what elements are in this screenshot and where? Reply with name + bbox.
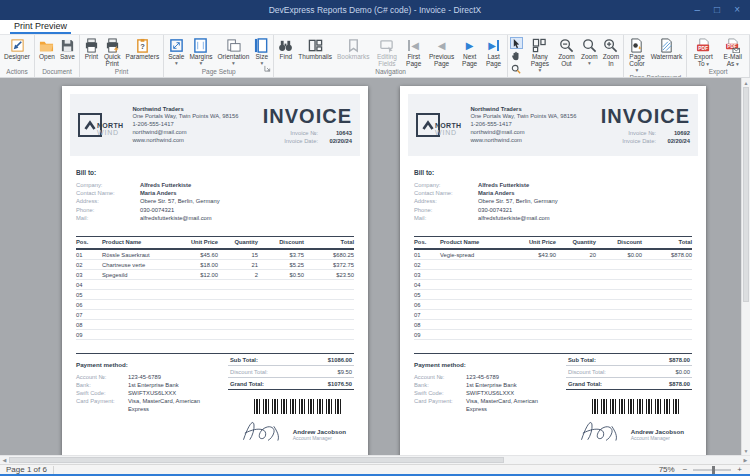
payment-method-section: Payment method: Account №:123-45-6789 Ba… xyxy=(414,354,566,443)
parameters-button[interactable]: ? Parameters xyxy=(124,36,162,60)
hand-icon xyxy=(511,51,521,61)
horizontal-scrollbar[interactable]: ◀ ▶ xyxy=(0,455,750,464)
zoom-out-icon xyxy=(559,37,574,53)
magnifier-tool-button[interactable] xyxy=(510,63,523,75)
scroll-up-icon[interactable]: ▲ xyxy=(742,78,750,87)
table-row: 01Rössle Sauerkraut$45.6015$3.75$680.25 xyxy=(76,250,354,260)
print-button[interactable]: Print xyxy=(82,36,101,60)
export-to-button[interactable]: PDF Export To ▾ xyxy=(689,36,717,67)
cell-pos: 09 xyxy=(414,332,440,338)
email-pdf-icon: PDF xyxy=(725,37,740,53)
find-button[interactable]: Find xyxy=(276,36,295,60)
zoom-tool-column xyxy=(510,37,523,75)
ribbon-group-actions: Designer Actions xyxy=(0,35,35,77)
dialog-launcher-icon[interactable] xyxy=(264,58,271,76)
cell-pos: 04 xyxy=(76,282,102,288)
invoice-table-body: 01Vegie-spread$43.9020$0.00$878.00020304… xyxy=(414,250,692,340)
totals-section: Sub Total:$878.00 Discount Total:$0.00 G… xyxy=(566,354,692,443)
hand-tool-button[interactable] xyxy=(510,50,523,62)
window-title: DevExpress Reports Demo (C# code) - Invo… xyxy=(269,5,482,15)
zoom-percent-label: 75% xyxy=(659,465,675,474)
zoom-in-button[interactable]: Zoom In xyxy=(601,36,622,67)
signer-name: Andrew Jacobson xyxy=(293,428,346,435)
maximize-button[interactable]: □ xyxy=(714,5,720,15)
zoom-button[interactable]: Zoom ▾ xyxy=(579,36,600,66)
watermark-button[interactable]: Watermark xyxy=(649,36,685,60)
table-row: 05 xyxy=(76,290,354,300)
table-row: 03 xyxy=(414,270,692,280)
table-row: 02 xyxy=(414,260,692,270)
invoice-no-value: 10643 xyxy=(318,129,352,137)
barcode xyxy=(254,399,342,414)
zoom-increase-button[interactable]: + xyxy=(735,465,744,474)
horizontal-scroll-thumb[interactable] xyxy=(9,457,504,463)
cell-discount: $3.75 xyxy=(258,252,304,258)
scale-button[interactable]: Scale ▾ xyxy=(166,36,186,66)
save-button[interactable]: Save xyxy=(58,36,77,60)
quick-print-button[interactable]: Quick Print xyxy=(102,36,123,67)
company-email: northwind@mail.com xyxy=(132,129,238,137)
payment-method-section: Payment method: Account №:123-45-6789 Ba… xyxy=(76,354,228,443)
margins-button[interactable]: Margins ▾ xyxy=(187,36,214,66)
email-as-button[interactable]: PDF E-Mail As ▾ xyxy=(719,36,747,67)
zoom-slider[interactable] xyxy=(693,469,731,471)
ribbon-group-zoom: Many Pages ▾ Zoom Out Zoom ▾ Zoom In Zoo… xyxy=(508,35,624,77)
zoom-out-button[interactable]: Zoom Out xyxy=(555,36,578,67)
payment-heading: Payment method: xyxy=(76,361,220,368)
minimize-button[interactable]: – xyxy=(695,5,701,15)
pointer-tool-button[interactable] xyxy=(510,37,523,49)
table-header-row: Pos. Product Name Unit Price Quantity Di… xyxy=(76,236,354,250)
table-row: 04 xyxy=(414,280,692,290)
thumbnails-button[interactable]: Thumbnails xyxy=(296,36,334,60)
signature-area: Andrew Jacobson Account Manager xyxy=(228,415,346,443)
payment-account: 123-45-6789 xyxy=(128,373,161,381)
vertical-scroll-thumb[interactable] xyxy=(743,87,749,302)
bookmarks-button[interactable]: Bookmarks xyxy=(335,36,372,60)
many-pages-button[interactable]: Many Pages ▾ xyxy=(526,36,554,73)
scroll-down-icon[interactable]: ▼ xyxy=(742,446,750,455)
vertical-scrollbar[interactable]: ▲ ▼ xyxy=(741,78,750,455)
last-page-button[interactable]: ▶ Last Page xyxy=(482,36,505,67)
cell-quantity: 2 xyxy=(218,272,258,278)
invoice-title: INVOICE xyxy=(263,106,352,127)
tab-print-preview[interactable]: Print Preview xyxy=(10,21,71,34)
close-button[interactable]: × xyxy=(734,5,740,15)
designer-button[interactable]: Designer xyxy=(2,36,32,60)
zoom-slider-thumb[interactable] xyxy=(712,466,715,474)
last-page-icon: ▶ xyxy=(488,37,499,53)
scroll-right-icon[interactable]: ▶ xyxy=(741,456,750,464)
payment-bank: 1st Enterprise Bank xyxy=(466,381,517,389)
cell-pos: 06 xyxy=(414,302,440,308)
signature-area: Andrew Jacobson Account Manager xyxy=(566,415,684,443)
invoice-date-label: Invoice Date: xyxy=(622,137,656,145)
next-page-button[interactable]: ▶ Next Page xyxy=(458,36,481,67)
previous-page-button[interactable]: ◀ Previous Page xyxy=(426,36,457,67)
editing-fields-button[interactable]: Editing Fields xyxy=(372,36,401,67)
billto-phone: 030-0074321 xyxy=(140,206,174,214)
billto-phone: 030-0074321 xyxy=(478,206,512,214)
window-controls: – □ × xyxy=(695,0,746,20)
cell-pos: 07 xyxy=(414,312,440,318)
company-website: www.northwind.com xyxy=(132,137,238,145)
invoice-header-band: NORTH WIND Northwind Traders One Portals… xyxy=(70,94,360,156)
page-color-button[interactable]: Page Color ▾ xyxy=(626,36,647,73)
document-preview-area[interactable]: NORTH WIND Northwind Traders One Portals… xyxy=(0,78,750,455)
invoice-date-label: Invoice Date: xyxy=(284,137,318,145)
open-button[interactable]: Open xyxy=(37,36,57,60)
grand-total-row: Grand Total:$1076.50 xyxy=(228,378,354,390)
invoice-bottom-section: Payment method: Account №:123-45-6789 Ba… xyxy=(414,353,692,443)
table-row: 06 xyxy=(414,300,692,310)
company-phone: 1-206-555-1417 xyxy=(132,121,238,129)
cell-discount: $0.00 xyxy=(596,252,642,258)
ribbon-group-navigation: Find Thumbnails Bookmarks Editing Fields… xyxy=(274,35,508,77)
orientation-button[interactable]: Orientation ▾ xyxy=(216,36,252,66)
cell-pos: 02 xyxy=(76,262,102,268)
first-page-button[interactable]: ◀ First Page xyxy=(402,36,425,67)
scroll-left-icon[interactable]: ◀ xyxy=(0,456,9,464)
bookmark-icon xyxy=(346,37,361,53)
table-row: 09 xyxy=(414,330,692,340)
logo-text-top: NORTH xyxy=(435,122,461,129)
payment-heading: Payment method: xyxy=(414,361,558,368)
zoom-decrease-button[interactable]: − xyxy=(681,465,690,474)
northwind-logo: NORTH WIND xyxy=(416,113,461,137)
